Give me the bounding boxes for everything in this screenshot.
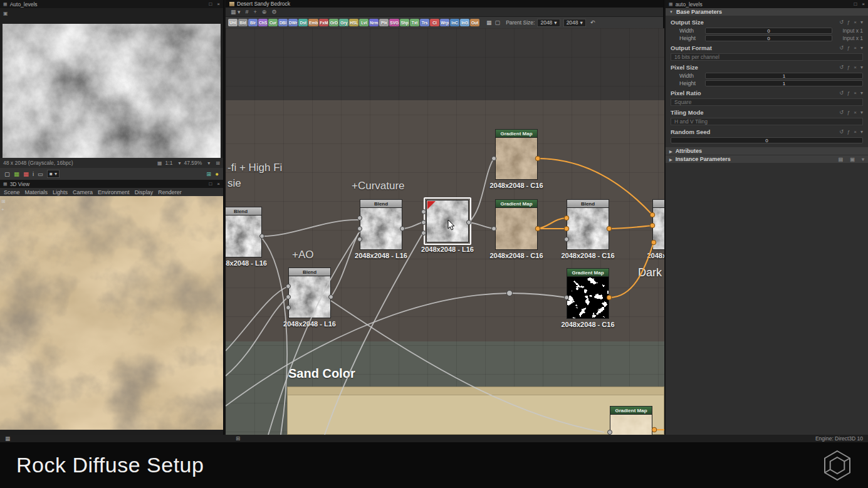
caret-down-icon[interactable]: ▾ xyxy=(207,160,210,166)
graph-tab[interactable]: Desert Sandy Bedrock xyxy=(237,1,290,7)
node-chip-dir-blur[interactable]: DBl xyxy=(278,19,288,26)
graph-node-blend[interactable]: Blend 2048x2048 - L16 xyxy=(226,207,262,257)
close-icon[interactable]: × xyxy=(862,1,865,7)
menu-display[interactable]: Display xyxy=(132,189,156,195)
menu-environment[interactable]: Environment xyxy=(95,189,132,195)
node-chip-blend[interactable]: Bld xyxy=(238,19,248,26)
reset-icon[interactable]: ↺ xyxy=(839,129,844,135)
channel-select[interactable]: ■ ▾ xyxy=(47,170,60,178)
node-chip-emboss[interactable]: Emb xyxy=(308,19,318,26)
tiling-mode-dropdown[interactable]: H and V Tiling xyxy=(671,118,863,125)
swatch-icon[interactable]: ▣ xyxy=(850,157,855,162)
panel-2d-titlebar[interactable]: ▦ Auto_levels □ × xyxy=(0,0,223,8)
node-chip-text[interactable]: Txt xyxy=(410,19,419,26)
node-chip-transform[interactable]: Trs xyxy=(420,19,429,26)
collapse-icon[interactable]: ▶ xyxy=(669,149,672,153)
collapse-icon[interactable]: ▶ xyxy=(669,157,672,162)
function-icon[interactable]: ƒ xyxy=(847,19,850,25)
section-instance-parameters[interactable]: ▶ Instance Parameters ▤ ▣ ▾ xyxy=(666,155,868,163)
view-options-icon[interactable]: ▦ ▾ xyxy=(231,9,241,15)
menu-icon[interactable]: ▾ xyxy=(860,65,863,70)
grid-toggle-icon[interactable]: ▦ xyxy=(157,160,162,166)
camera-widget-icon[interactable]: ⊞ xyxy=(1,199,6,204)
node-chip-blur[interactable]: Blr xyxy=(248,19,258,26)
menu-scene[interactable]: Scene xyxy=(1,189,23,195)
close-icon[interactable]: × xyxy=(217,181,220,187)
output-width-slider[interactable]: 0 xyxy=(705,28,832,34)
graph-node-gradient-map-sand[interactable]: Gradient Map xyxy=(610,406,652,435)
function-icon[interactable]: ƒ xyxy=(847,45,850,51)
menu-icon[interactable]: ▾ xyxy=(860,19,863,25)
node-chip-pixel-processor[interactable]: Pix xyxy=(379,19,389,26)
graph-status-icon[interactable]: ⊞ xyxy=(236,435,240,442)
reset-icon[interactable]: ↺ xyxy=(839,90,844,96)
close-icon[interactable]: × xyxy=(854,110,857,115)
histogram-icon[interactable]: ⊞ xyxy=(206,170,211,177)
color-sample-icon[interactable]: ● xyxy=(215,170,219,177)
random-seed-slider[interactable]: 0 xyxy=(671,137,863,143)
fit-view-icon[interactable]: ⊞ xyxy=(216,160,220,166)
menu-icon[interactable]: ▾ xyxy=(860,90,863,96)
close-icon[interactable]: × xyxy=(854,65,857,70)
restore-icon[interactable]: □ xyxy=(854,1,857,7)
reset-icon[interactable]: ↺ xyxy=(839,19,844,25)
menu-icon[interactable]: ▾ xyxy=(860,110,863,115)
output-height-slider[interactable]: 0 xyxy=(705,35,832,41)
node-chip-shape[interactable]: Shp xyxy=(400,19,409,26)
reset-icon[interactable]: ↺ xyxy=(839,110,844,115)
list-icon[interactable]: ▤ xyxy=(839,157,844,162)
undo-icon[interactable]: ↶ xyxy=(590,19,595,26)
node-chip-input-color[interactable]: InC xyxy=(450,19,459,26)
close-icon[interactable]: × xyxy=(217,1,220,7)
menu-lights[interactable]: Lights xyxy=(50,189,70,195)
graph-node-gradient-map[interactable]: Gradient Map 2048x2048 - C16 xyxy=(495,199,538,250)
comment-frame-sand-header[interactable] xyxy=(288,387,664,395)
reset-icon[interactable]: ↺ xyxy=(839,45,844,51)
panel-3d-titlebar[interactable]: ▦ 3D View □ × xyxy=(0,180,223,188)
function-icon[interactable]: ƒ xyxy=(847,65,850,70)
grayscale-toggle-icon[interactable]: ▦ xyxy=(486,19,492,26)
graph-settings-icon[interactable]: ⚙ xyxy=(271,9,276,15)
close-icon[interactable]: × xyxy=(854,19,857,25)
comment-frame-sand[interactable] xyxy=(287,387,664,435)
collapse-icon[interactable]: ▼ xyxy=(669,10,673,14)
function-icon[interactable]: ƒ xyxy=(847,110,850,115)
node-chip-uniform[interactable]: Uni xyxy=(228,19,238,26)
restore-icon[interactable]: □ xyxy=(209,1,212,7)
menu-camera[interactable]: Camera xyxy=(70,189,95,195)
parent-size-select[interactable]: 2048 ▾ xyxy=(537,19,560,27)
section-attributes[interactable]: ▶ Attributes xyxy=(666,147,868,155)
caret-down-icon[interactable]: ▾ xyxy=(178,160,180,166)
info-icon[interactable]: i xyxy=(33,170,34,177)
node-chip-dir-warp[interactable]: DWr xyxy=(288,19,298,26)
close-icon[interactable]: × xyxy=(854,45,857,51)
node-chip-svg[interactable]: SVG xyxy=(389,19,399,26)
node-chip-fxmap[interactable]: FxM xyxy=(319,19,328,26)
zoom-ratio[interactable]: 1:1 xyxy=(165,160,173,166)
function-icon[interactable]: ƒ xyxy=(847,129,850,135)
layout-icon[interactable]: ▦ xyxy=(5,435,10,442)
menu-materials[interactable]: Materials xyxy=(23,189,51,195)
menu-renderer[interactable]: Renderer xyxy=(155,189,184,195)
pixel-ratio-dropdown[interactable]: Square xyxy=(671,98,863,106)
node-chip-gradient[interactable]: GrD xyxy=(329,19,338,26)
menu-icon[interactable]: ▾ xyxy=(862,157,864,162)
node-chip-levels[interactable]: Lvl xyxy=(359,19,369,26)
graph-node-gradient-map[interactable]: Gradient Map 2048x2048 - C16 xyxy=(495,129,538,180)
node-chip-curve[interactable]: Cur xyxy=(268,19,278,26)
output-format-dropdown[interactable]: 16 bits per channel xyxy=(671,53,863,61)
node-chip-normal[interactable]: Nrm xyxy=(369,19,379,26)
output-size-select[interactable]: 2048 ▾ xyxy=(563,19,586,27)
tiling-grid-icon[interactable]: ▦ xyxy=(23,170,29,177)
zoom-tool-icon[interactable]: ⊕ xyxy=(262,9,267,15)
filter-icon[interactable]: ▭ xyxy=(38,170,43,177)
graph-canvas[interactable]: -fi + High Fi sie +Curvature +AO Dark Sa… xyxy=(226,28,664,435)
close-icon[interactable]: × xyxy=(854,90,857,96)
section-base-parameters[interactable]: ▼ Base Parameters xyxy=(666,8,868,16)
graph-node-gradient-map-cells[interactable]: Gradient Map 2048x2048 - C16 xyxy=(567,268,609,319)
node-chip-channel-shuffle[interactable]: ChS xyxy=(258,19,268,26)
node-chip-distance[interactable]: Dst xyxy=(298,19,308,26)
snap-icon[interactable]: # xyxy=(246,9,249,15)
node-chip-output[interactable]: Out xyxy=(470,19,479,26)
node-chip-hsl[interactable]: HSL xyxy=(349,19,358,26)
